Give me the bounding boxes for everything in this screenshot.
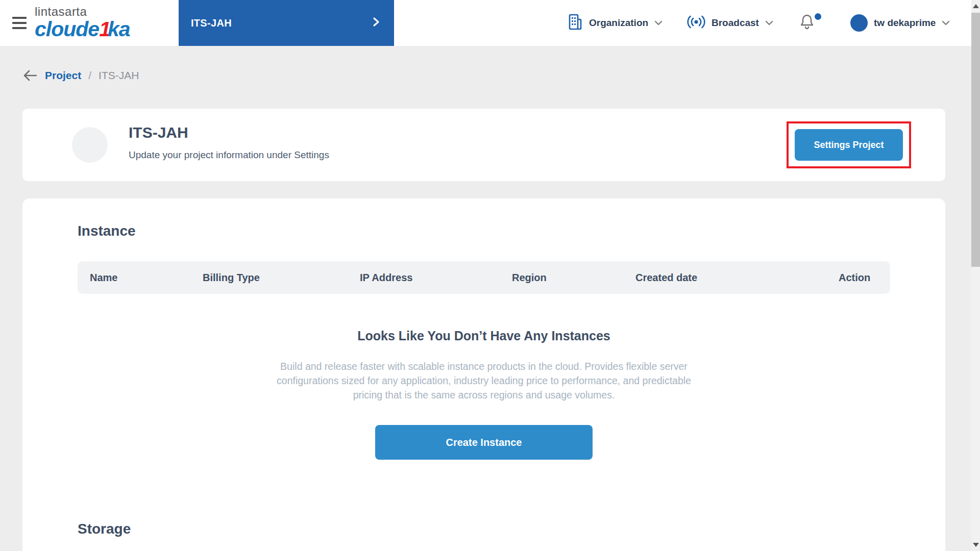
project-resources-card: Instance Name Billing Type IP Address Re…	[22, 198, 945, 551]
unread-notification-dot	[815, 13, 821, 20]
empty-state-title: Looks Like You Don’t Have Any Instances	[22, 329, 945, 343]
instance-section-heading: Instance	[78, 223, 136, 239]
breadcrumb-separator: /	[88, 69, 91, 82]
scrollbar-thumb[interactable]	[971, 13, 980, 267]
column-header-billing-type: Billing Type	[203, 272, 360, 284]
breadcrumb-project-link[interactable]: Project	[45, 69, 81, 82]
broadcast-menu[interactable]: Broadcast	[687, 0, 773, 46]
user-menu[interactable]: tw dekaprime	[850, 0, 950, 46]
bell-icon	[800, 13, 814, 30]
red-annotation-box: Settings Project	[787, 121, 911, 168]
building-icon	[568, 13, 583, 33]
settings-project-button[interactable]: Settings Project	[795, 129, 903, 161]
organization-menu[interactable]: Organization	[568, 0, 663, 46]
back-arrow-icon[interactable]	[22, 69, 38, 82]
notifications-bell[interactable]	[800, 13, 822, 34]
chevron-down-icon	[765, 18, 773, 28]
project-avatar	[72, 127, 108, 163]
scrollbar-down-arrow[interactable]	[973, 543, 979, 547]
project-subtitle: Update your project information under Se…	[129, 149, 329, 161]
column-header-name: Name	[90, 272, 203, 284]
user-name: tw dekaprime	[874, 17, 936, 29]
broadcast-icon	[687, 14, 705, 32]
empty-state-description: Build and release faster with scalable i…	[272, 359, 696, 402]
column-header-ip-address: IP Address	[360, 272, 512, 284]
project-summary-card: ITS-JAH Update your project information …	[22, 109, 945, 181]
menu-hamburger-icon[interactable]	[12, 17, 28, 29]
topbar: lintasarta cloude1ka ITS-JAH Organizatio…	[0, 0, 971, 46]
user-avatar	[850, 14, 868, 32]
project-switcher-label: ITS-JAH	[191, 17, 232, 29]
breadcrumb-current: ITS-JAH	[99, 69, 139, 82]
vertical-scrollbar[interactable]	[971, 0, 980, 551]
column-header-action: Action	[839, 272, 890, 284]
brand-lintasarta-text: lintasarta	[35, 5, 152, 18]
storage-section-heading: Storage	[78, 521, 131, 537]
instance-table-header: Name Billing Type IP Address Region Crea…	[78, 261, 890, 294]
column-header-region: Region	[512, 272, 635, 284]
column-header-created-date: Created date	[635, 272, 839, 284]
organization-label: Organization	[589, 17, 648, 29]
scrollbar-up-arrow[interactable]	[973, 4, 979, 8]
chevron-down-icon	[942, 18, 950, 28]
project-switcher[interactable]: ITS-JAH	[179, 0, 394, 46]
project-title: ITS-JAH	[129, 124, 188, 141]
brand-logo: lintasarta cloude1ka	[35, 5, 152, 40]
breadcrumb: Project / ITS-JAH	[22, 69, 139, 82]
chevron-down-icon	[654, 18, 663, 28]
chevron-right-icon	[373, 17, 380, 29]
brand-cloudeka-text: cloude1ka	[35, 18, 152, 40]
create-instance-button[interactable]: Create Instance	[375, 425, 593, 460]
broadcast-label: Broadcast	[712, 17, 759, 29]
